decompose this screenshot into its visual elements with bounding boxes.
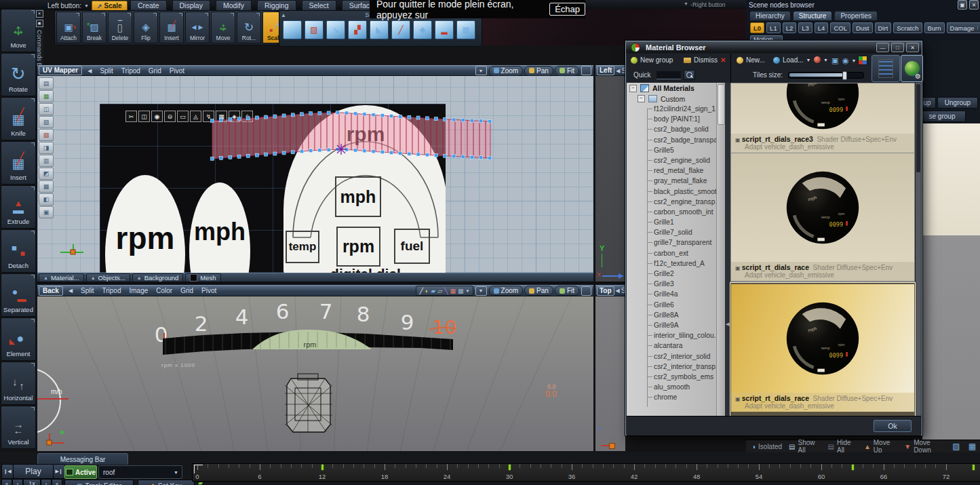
face-icon[interactable]: ◆: [413, 20, 432, 39]
checkbox-icon[interactable]: ▣: [735, 137, 742, 143]
sidebar-tool-element[interactable]: ●◣Element: [1, 317, 36, 361]
sidebar-tool-insert[interactable]: ▦╱Insert: [1, 141, 36, 185]
window-tile-icon[interactable]: ▨: [952, 442, 960, 451]
quad-icon[interactable]: ▦: [456, 20, 475, 39]
window-cascade-icon[interactable]: ▦: [968, 442, 976, 451]
layer-button-l4[interactable]: L4: [815, 22, 829, 33]
extract-icon[interactable]: ↘: [326, 20, 345, 39]
layer-button-l1[interactable]: L1: [766, 22, 781, 33]
material-item-grille9a[interactable]: Grille9A: [627, 320, 725, 330]
uv-vertex-handle[interactable]: [461, 155, 465, 159]
sidebar-tool-detach[interactable]: ■■Detach: [1, 229, 36, 273]
toolbar-button-break[interactable]: ▨↖Break: [82, 12, 106, 43]
footer-mesh-button[interactable]: Mesh: [185, 273, 220, 282]
new-group-button[interactable]: New group: [631, 56, 673, 64]
uv-viewport-title[interactable]: UV Mapper: [39, 66, 82, 75]
material-browser-titlebar[interactable]: Material Browser — □ ✕: [626, 41, 922, 54]
uv-select-icon[interactable]: ▤: [39, 77, 54, 90]
material-tile-label[interactable]: ▣ script_rt_dials_race Shader Diffuse+Sp…: [731, 393, 914, 412]
move-down-button[interactable]: ▼Move Down: [904, 439, 945, 454]
expand-corner-icon[interactable]: [76, 13, 79, 16]
nav-fit-button[interactable]: Fit: [555, 66, 579, 76]
material-tile-preview[interactable]: mph temp rpm 0099: [731, 153, 914, 262]
chevron-left-icon[interactable]: ◀: [616, 68, 620, 74]
expand-corner-icon[interactable]: [31, 407, 35, 410]
maximize-icon[interactable]: □: [891, 43, 904, 52]
uv-menu-pivot[interactable]: Pivot: [170, 67, 184, 75]
tiles-scrollbar[interactable]: [916, 83, 921, 416]
layer-button-burn[interactable]: Burn: [924, 22, 945, 33]
sidebar-tool-vertical[interactable]: →←Vertical: [1, 406, 36, 449]
material-item-body-paint-1[interactable]: body [PAINT:1]: [627, 114, 725, 124]
expand-corner-icon[interactable]: [31, 187, 35, 190]
material-tile-preview[interactable]: mph temp rpm 0099: [731, 83, 914, 134]
expand-corner-icon[interactable]: [31, 319, 35, 322]
uv-vertex-handle[interactable]: [461, 119, 465, 122]
footer-background-button[interactable]: ▲Background: [132, 273, 184, 282]
maximize-viewport-icon[interactable]: [581, 286, 591, 296]
material-item-grille2[interactable]: Grille2: [627, 269, 725, 279]
expand-corner-icon[interactable]: [179, 13, 182, 16]
keyframe-marker[interactable]: [509, 465, 511, 470]
cube-icon[interactable]: [283, 20, 302, 39]
menu-tab-create[interactable]: Create: [130, 0, 167, 11]
material-item-grille3[interactable]: Grille3: [627, 279, 725, 289]
back-viewport-canvas[interactable]: 024678910 rpm rpm x 1000: [37, 296, 593, 451]
layer-button-damage[interactable]: Damage▼: [947, 22, 980, 33]
move-up-button[interactable]: ▲Move Up: [864, 439, 897, 454]
render-settings-button[interactable]: ⚙: [901, 55, 923, 82]
uv-pin-icon[interactable]: ◧: [39, 193, 54, 206]
uv-vertex-handle[interactable]: [488, 119, 492, 123]
layer-button-scratch[interactable]: Scratch: [893, 22, 922, 33]
ungroup-button[interactable]: Ungroup: [937, 97, 978, 109]
back-menu-color[interactable]: Color: [156, 287, 172, 294]
messaging-bar-tab[interactable]: Messaging Bar: [37, 453, 128, 465]
play-button[interactable]: Play: [13, 464, 54, 479]
scrollbar-thumb[interactable]: [916, 84, 920, 172]
footer-objects-button[interactable]: ▲Objects...: [86, 273, 130, 282]
material-item-grille8a[interactable]: Grille8A: [627, 310, 725, 320]
layer-button-col[interactable]: COL: [830, 22, 850, 33]
ok-button[interactable]: Ok: [874, 420, 912, 432]
scrollbar-thumb[interactable]: [718, 84, 725, 125]
expand-corner-icon[interactable]: [31, 142, 35, 146]
top-viewport-canvas[interactable]: z: [595, 296, 625, 451]
chevron-down-icon[interactable]: ▼: [84, 3, 89, 8]
uv-paint-icon[interactable]: ▦: [39, 90, 54, 102]
back-menu-split[interactable]: Split: [81, 287, 94, 294]
back-menu-grid[interactable]: Grid: [180, 287, 193, 294]
layer-button-l0[interactable]: L0: [750, 22, 764, 33]
step-back-button[interactable]: ‹: [12, 479, 23, 485]
toolbar-button-flip[interactable]: ◈Flip: [134, 12, 158, 43]
material-tile-label[interactable]: ▣ script_rt_dials_race3 Shader Diffuse+S…: [731, 134, 914, 153]
show-all-button[interactable]: ▤Show All: [789, 439, 821, 454]
sidebar-tool-rotate[interactable]: ↻Rotate: [1, 53, 36, 96]
cut-icon[interactable]: ╱: [391, 20, 410, 39]
isolated-button[interactable]: ◑Isolated: [751, 443, 782, 450]
speed-button[interactable]: 1x: [23, 479, 41, 485]
pane-divider[interactable]: ◀: [725, 83, 730, 416]
toolbar-button-attach[interactable]: ▣↘Attach: [56, 12, 81, 43]
menu-tab-rigging[interactable]: Rigging: [257, 0, 296, 11]
left-button-selector[interactable]: Left button: ▼ ↗ Scale: [47, 1, 128, 11]
search-button[interactable]: [684, 70, 695, 80]
material-item-black-plastic-smooth[interactable]: black_plastic_smooth: [627, 187, 725, 197]
collapse-triangle-icon[interactable]: ▲: [281, 12, 286, 18]
split-icon[interactable]: ▞: [348, 20, 367, 39]
back-menu-tripod[interactable]: Tripod: [102, 287, 121, 294]
uv-vertex-handle[interactable]: [470, 155, 473, 159]
hide-all-button[interactable]: ▤Hide All: [828, 439, 857, 454]
sidebar-tool-move[interactable]: ↔↕Move: [1, 9, 36, 52]
expand-corner-icon[interactable]: [102, 13, 105, 16]
close-icon[interactable]: ✕: [969, 0, 979, 9]
menu-tab-modify[interactable]: Modify: [216, 0, 252, 11]
expand-corner-icon[interactable]: [31, 54, 35, 58]
tiles-size-slider[interactable]: [788, 72, 864, 79]
load-material-button[interactable]: Load... ▼: [773, 56, 811, 64]
scene-tab-properties[interactable]: Properties: [834, 11, 878, 20]
footer-material-button[interactable]: ▲Material...: [39, 273, 84, 282]
set-key-button[interactable]: ◆ Set Key: [138, 480, 195, 485]
step-forward-button[interactable]: ›: [41, 479, 52, 485]
go-to-end-button[interactable]: ▶❙: [53, 464, 65, 479]
material-item-csr2-symbols-ems[interactable]: csr2_symbols_ems: [627, 372, 725, 382]
